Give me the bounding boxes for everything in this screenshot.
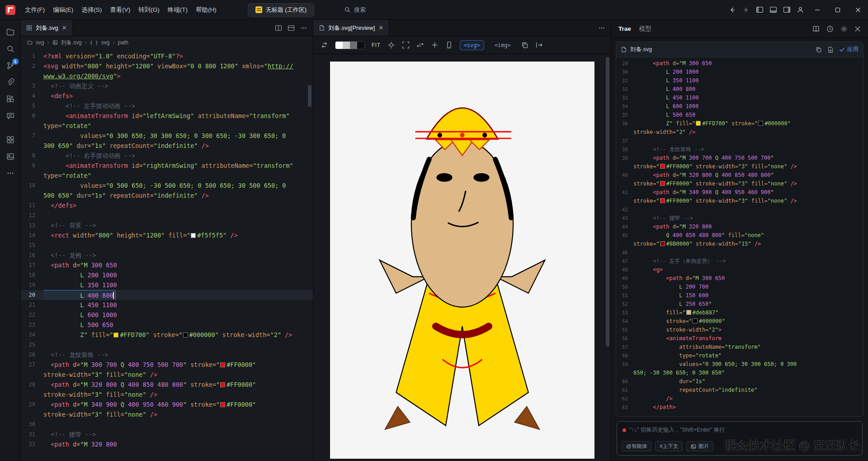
code-line[interactable]: 25 xyxy=(21,340,313,350)
more-icon[interactable] xyxy=(2,165,19,181)
breadcrumb-item-3[interactable]: path xyxy=(118,39,128,46)
code-line[interactable]: 32 L 400 800 xyxy=(616,85,863,94)
line-number[interactable]: 41 xyxy=(616,188,633,197)
line-number[interactable]: 16 xyxy=(21,250,43,260)
chat-icon[interactable] xyxy=(2,107,19,124)
editor-more-icon[interactable] xyxy=(300,24,307,32)
line-number[interactable] xyxy=(616,162,633,171)
center-icon[interactable] xyxy=(387,41,395,49)
code-line[interactable]: type="rotate" xyxy=(21,171,313,181)
line-number[interactable] xyxy=(616,128,633,137)
bg-gray-swatch[interactable] xyxy=(350,42,357,49)
code-line[interactable]: 63 </path> xyxy=(616,403,863,412)
line-number[interactable]: 55 xyxy=(616,326,633,334)
line-number[interactable] xyxy=(21,171,43,181)
code-line[interactable]: 500 650" dur="1s" repeatCount="indefinit… xyxy=(21,190,313,200)
search-sidebar-icon[interactable] xyxy=(2,40,19,57)
line-number[interactable]: 31 xyxy=(616,76,633,85)
code-line[interactable]: 8 <!-- 右手摆动动画 --> xyxy=(21,151,313,161)
editor-scrollbar[interactable] xyxy=(308,85,311,107)
image-chip[interactable]: 图片 xyxy=(686,441,713,451)
menu-help[interactable]: 帮助(H) xyxy=(192,4,221,16)
line-number[interactable]: 33 xyxy=(616,94,633,102)
tab-close-icon[interactable]: ✕ xyxy=(62,25,67,31)
code-line[interactable]: 19 L 350 1100 xyxy=(21,280,313,290)
docs-icon[interactable] xyxy=(812,25,820,33)
line-number[interactable]: 21 xyxy=(21,300,43,310)
code-line[interactable]: 12 xyxy=(21,210,313,220)
code-line[interactable]: 18 L 200 1000 xyxy=(21,270,313,280)
line-number[interactable]: 13 xyxy=(21,220,43,230)
code-line[interactable]: 54 stroke="#000000" xyxy=(616,317,863,326)
close-panel-icon[interactable] xyxy=(854,26,861,32)
code-line[interactable]: 62 /> xyxy=(616,394,863,403)
agent-chip[interactable]: @智能体 xyxy=(622,441,651,451)
line-number[interactable]: 45 xyxy=(616,231,633,240)
swap-icon[interactable] xyxy=(416,41,424,49)
tab-preview[interactable]: 刘备.svg[Preview] ✕ xyxy=(313,20,389,36)
code-line[interactable]: 30 L 200 1000 xyxy=(616,68,863,76)
code-line[interactable]: 9 <animateTransform id="rightArmSwing" a… xyxy=(21,161,313,171)
code-line[interactable]: www.w3.org/2000/svg"> xyxy=(21,71,313,81)
workspace-switcher[interactable]: 无标题 (工作区) xyxy=(248,3,314,17)
background-color-selector[interactable] xyxy=(335,41,365,49)
code-line[interactable]: 30 xyxy=(21,419,313,429)
code-line[interactable]: 41 <path d="M 340 900 Q 400 950 460 900" xyxy=(616,188,863,197)
source-control-icon[interactable]: 1 xyxy=(2,57,19,74)
bg-lightgray-swatch[interactable] xyxy=(343,42,350,49)
code-line[interactable]: 20 L 400 800 xyxy=(21,290,313,300)
menu-terminal[interactable]: 终端(T) xyxy=(164,4,192,16)
line-number[interactable]: 43 xyxy=(616,214,633,223)
code-line[interactable]: 29 <path d="M 340 900 Q 400 950 460 900"… xyxy=(21,399,313,409)
breadcrumb-item-0[interactable]: svg xyxy=(36,39,44,46)
code-line[interactable]: 42 xyxy=(616,205,863,214)
line-number[interactable]: 58 xyxy=(616,352,633,360)
code-line[interactable]: 52 L 250 650" xyxy=(616,300,863,309)
fit-button[interactable]: FIT xyxy=(372,42,381,48)
code-line[interactable]: type="rotate" xyxy=(21,121,313,131)
code-line[interactable]: stroke-width="2" /> xyxy=(616,128,863,137)
line-number[interactable]: 17 xyxy=(21,260,43,270)
line-number[interactable] xyxy=(21,370,43,380)
line-number[interactable]: 12 xyxy=(21,210,43,220)
line-number[interactable]: 49 xyxy=(616,274,633,283)
context-chip[interactable]: #上下文 xyxy=(655,441,683,451)
line-number[interactable] xyxy=(21,409,43,419)
code-line[interactable]: 55 stroke-width="2"> xyxy=(616,326,863,334)
code-line[interactable]: 51 L 150 600 xyxy=(616,291,863,300)
code-line[interactable]: 46 xyxy=(616,248,863,257)
line-number[interactable]: 31 xyxy=(21,429,43,439)
toggle-sidebar-icon[interactable] xyxy=(753,3,766,17)
code-line[interactable]: 60 dur="1s" xyxy=(616,377,863,386)
line-number[interactable]: 38 xyxy=(616,145,633,154)
code-line[interactable]: 4 <defs> xyxy=(21,91,313,101)
code-line[interactable]: 58 type="rotate" xyxy=(616,352,863,360)
code-line[interactable]: 300 650" dur="1s" repeatCount="indefinit… xyxy=(21,141,313,151)
tab-close-icon[interactable]: ✕ xyxy=(378,25,383,31)
code-line[interactable]: 49 <path d="M 300 650 xyxy=(616,274,863,283)
code-line[interactable]: 24 Z" fill="#FFD700" stroke="#000000" st… xyxy=(21,330,313,340)
code-line[interactable]: 36 Z" fill="#FFD700" stroke="#000000" xyxy=(616,119,863,128)
ai-code-block[interactable]: 29 <path d="M 300 65030 L 200 100031 L 3… xyxy=(616,57,863,416)
menu-file[interactable]: 文件(F) xyxy=(21,4,49,16)
tab-model[interactable]: 模型 xyxy=(639,25,651,33)
code-line[interactable]: 26 <!-- 龙纹装饰 --> xyxy=(21,350,313,360)
line-number[interactable]: 57 xyxy=(616,343,633,352)
line-number[interactable]: 10 xyxy=(21,181,43,190)
line-number[interactable]: 27 xyxy=(21,360,43,370)
line-number[interactable]: 4 xyxy=(21,91,43,101)
line-number[interactable]: 29 xyxy=(616,59,633,68)
code-line[interactable]: 16 <!-- 龙袍 --> xyxy=(21,250,313,260)
line-number[interactable]: 23 xyxy=(21,320,43,330)
line-number[interactable]: 6 xyxy=(21,111,43,121)
insert-code-icon[interactable] xyxy=(827,47,834,53)
explorer-icon[interactable] xyxy=(2,24,19,40)
line-number[interactable]: 9 xyxy=(21,161,43,171)
line-number[interactable]: 40 xyxy=(616,171,633,180)
code-line[interactable]: stroke="#FF0000" stroke-width="3" fill="… xyxy=(616,180,863,188)
device-frame-icon[interactable] xyxy=(445,41,453,49)
breadcrumb-item-1[interactable]: 刘备.svg xyxy=(61,39,82,47)
code-line[interactable]: 2<svg width="800" height="1200" viewBox=… xyxy=(21,61,313,71)
code-line[interactable]: 33 L 450 1100 xyxy=(616,94,863,102)
code-line[interactable]: 17 <path d="M 300 650 xyxy=(21,260,313,270)
